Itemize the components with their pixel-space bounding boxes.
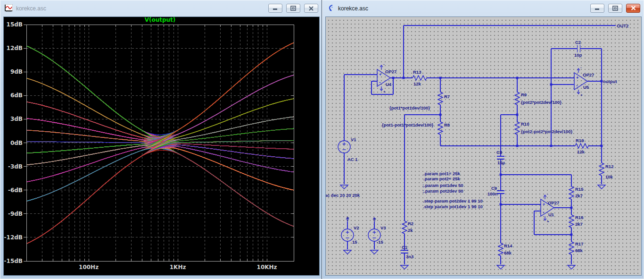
waveform-icon[interactable] <box>5 4 13 12</box>
y-axis-label: -3dB <box>8 163 23 170</box>
value-C8[interactable]: 15µ <box>497 160 505 165</box>
label-R13[interactable]: R13 <box>413 69 421 75</box>
value-V2[interactable]: 15 <box>352 239 357 245</box>
maximize-button[interactable] <box>608 4 622 13</box>
spice-directive[interactable]: ;.param pot2dev 50 <box>422 188 463 194</box>
capacitor-C8[interactable] <box>497 156 504 159</box>
value-R14[interactable]: 68k <box>504 250 512 255</box>
maximize-icon <box>290 6 296 11</box>
spice-directive[interactable]: ;.param pot1dev 50 <box>422 183 463 188</box>
value-R9[interactable]: {pot2*pot2dev/100} <box>521 100 561 105</box>
trace <box>26 102 294 143</box>
value-V3[interactable]: -15 <box>377 239 383 245</box>
resistor-R13[interactable] <box>413 76 427 80</box>
ground-icon[interactable] <box>344 250 351 254</box>
resistor-R8[interactable] <box>438 122 443 135</box>
capacitor-C2[interactable] <box>578 45 580 52</box>
resistor-R17[interactable] <box>569 242 574 254</box>
label-C2[interactable]: C2 <box>575 40 581 45</box>
label-R16[interactable]: R16 <box>575 215 583 220</box>
value-R15[interactable]: 2k7 <box>575 193 583 198</box>
label-V1[interactable]: V1 <box>351 137 356 142</box>
part-U4[interactable]: OP27 <box>385 69 396 74</box>
label-U1[interactable]: U1 <box>548 212 554 217</box>
schematic-canvas[interactable]: R1312kR7{pot1*pot1dev/100}R8{pot1-pot1*p… <box>325 17 642 276</box>
power-flag-+V[interactable]: +V <box>346 216 350 222</box>
label-R8[interactable]: R8 <box>444 122 450 127</box>
ground-icon[interactable] <box>371 250 378 254</box>
label-R14[interactable]: R14 <box>504 243 512 248</box>
capacitor-C9[interactable] <box>497 191 504 194</box>
resistor-R16[interactable] <box>569 215 574 228</box>
capacitor-C1[interactable] <box>401 250 408 253</box>
waveform-window: korekce.asc 15dB12dB9dB6dB3dB0dB-3dB-6dB… <box>0 0 322 279</box>
value-R10[interactable]: {pot2-pot2*pot2dev/100} <box>521 129 573 134</box>
ground-icon[interactable] <box>497 265 504 269</box>
svg-text:+: + <box>547 220 549 224</box>
net-label-output[interactable]: output <box>603 79 617 84</box>
ground-icon[interactable] <box>598 185 605 189</box>
value-R13[interactable]: 12k <box>413 81 421 86</box>
resistor-R19[interactable] <box>575 144 588 148</box>
value-R17[interactable]: 68k <box>575 248 583 253</box>
label-R2[interactable]: R2 <box>408 221 413 226</box>
label-R15[interactable]: R15 <box>575 186 584 192</box>
value-R19[interactable]: 12k <box>577 149 585 154</box>
value-R2[interactable]: 2k <box>408 228 413 233</box>
spice-directive[interactable]: .param pot1= 25k <box>423 171 461 176</box>
label-V2[interactable]: V2 <box>354 225 359 230</box>
waveform-pane[interactable]: 15dB12dB9dB6dB3dB0dB-3dB-6dB-9dB-12dB-15… <box>3 17 320 276</box>
value-C1[interactable]: 3n3 <box>406 254 413 259</box>
schematic-icon[interactable] <box>327 4 335 12</box>
resistor-R15[interactable] <box>569 186 574 199</box>
resistor-R2[interactable] <box>402 221 407 234</box>
value-R8[interactable]: {pot1-pot1*pot1dev/100} <box>382 122 434 127</box>
part-U1[interactable]: OP27 <box>548 200 559 205</box>
waveform-titlebar[interactable]: korekce.asc <box>1 1 321 16</box>
label-C9[interactable]: C9 <box>491 186 497 191</box>
maximize-button[interactable] <box>286 4 300 13</box>
close-button[interactable] <box>626 4 640 13</box>
resistor-R9[interactable] <box>515 92 520 105</box>
label-C1[interactable]: C1 <box>402 245 408 250</box>
label-R17[interactable]: R17 <box>575 241 583 246</box>
label-C8[interactable]: C8 <box>496 150 502 155</box>
ground-icon[interactable] <box>340 185 348 189</box>
trace <box>26 46 294 136</box>
resistor-R14[interactable] <box>498 243 503 256</box>
spice-directive[interactable]: .step param pot2dev 1 99 10 <box>423 198 483 203</box>
label-U4[interactable]: U4 <box>386 82 392 87</box>
value-V1[interactable]: AC 1 <box>347 157 358 162</box>
ground-icon[interactable] <box>401 265 408 269</box>
value-C2[interactable]: 10p <box>574 52 582 58</box>
vsource-V1[interactable] <box>338 141 350 153</box>
label-R10[interactable]: R10 <box>521 121 529 127</box>
opamp-U1[interactable]: +--+ <box>541 192 554 224</box>
opamp-U4[interactable]: +--+ <box>377 62 390 94</box>
label-R12[interactable]: R12 <box>605 164 613 169</box>
value-C9[interactable]: 100n <box>487 191 498 196</box>
spice-directive[interactable]: .ac dec 20 20 20k <box>326 193 360 198</box>
label-R19[interactable]: R19 <box>576 138 584 143</box>
power-flag--V[interactable]: -V <box>372 217 377 222</box>
minimize-button[interactable] <box>590 4 604 13</box>
part-U5[interactable]: OP27 <box>583 72 594 77</box>
net-label-OUT2[interactable]: OUT2 <box>617 23 628 28</box>
opamp-U5[interactable]: +--+ <box>574 65 587 97</box>
value-R16[interactable]: 2k7 <box>575 221 583 227</box>
resistor-R12[interactable] <box>599 163 604 176</box>
label-R7[interactable]: R7 <box>444 94 450 99</box>
close-button[interactable] <box>304 4 318 13</box>
spice-directive[interactable]: .param pot2= 25k <box>423 176 461 181</box>
minimize-button[interactable] <box>268 4 282 13</box>
spice-directive[interactable]: .step param pot1dev 1 99 10 <box>423 204 483 209</box>
resistor-R10[interactable] <box>515 122 520 135</box>
schematic-titlebar[interactable]: korekce.asc <box>323 1 643 16</box>
resistor-R7[interactable] <box>438 92 443 105</box>
label-R9[interactable]: R9 <box>521 92 527 97</box>
value-R7[interactable]: {pot1*pot1dev/100} <box>389 105 430 110</box>
value-R12[interactable]: 10k <box>605 174 613 179</box>
label-U5[interactable]: U5 <box>583 85 589 90</box>
label-V3[interactable]: V3 <box>380 225 386 230</box>
ground-icon[interactable] <box>568 265 575 269</box>
